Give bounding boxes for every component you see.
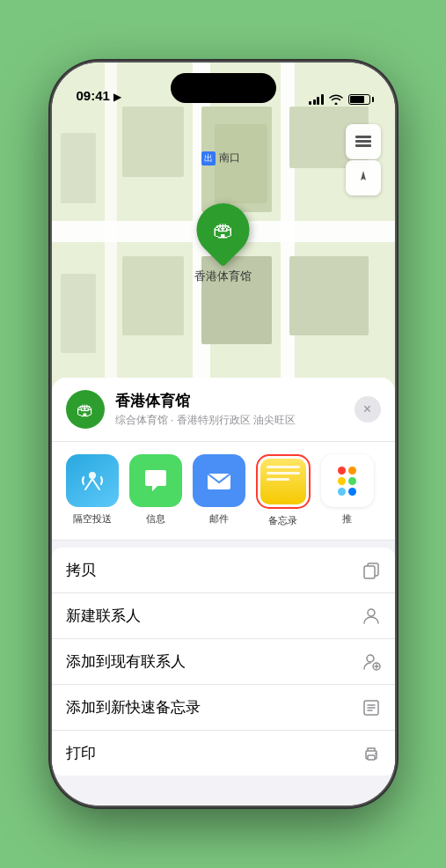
action-copy[interactable]: 拷贝 bbox=[52, 548, 395, 593]
action-add-existing-contact[interactable]: 添加到现有联系人 bbox=[52, 639, 395, 685]
status-time: 09:41 bbox=[77, 88, 110, 105]
battery-icon bbox=[348, 94, 370, 105]
marker-label: 香港体育馆 bbox=[194, 268, 252, 284]
share-row: 隔空投送 信息 bbox=[52, 442, 395, 541]
svg-point-21 bbox=[368, 609, 375, 616]
marker-icon: 🏟 bbox=[213, 217, 234, 242]
svg-point-22 bbox=[367, 655, 374, 662]
mail-icon bbox=[193, 454, 245, 507]
svg-rect-26 bbox=[368, 755, 375, 760]
printer-icon bbox=[362, 744, 381, 763]
action-list: 拷贝 新建联系人 添加到现有联系人 bbox=[52, 548, 395, 776]
phone-screen: 09:41 ▶ bbox=[52, 63, 395, 805]
svg-rect-8 bbox=[122, 256, 184, 335]
share-item-airdrop[interactable]: 隔空投送 bbox=[66, 454, 119, 526]
signal-bars-icon bbox=[309, 94, 324, 105]
share-item-notes[interactable]: 备忘录 bbox=[256, 454, 311, 527]
map-marker: 🏟 香港体育馆 bbox=[194, 203, 252, 284]
map-button-group bbox=[346, 124, 381, 195]
svg-rect-20 bbox=[364, 566, 375, 578]
person-icon bbox=[362, 607, 381, 626]
phone-frame: 09:41 ▶ bbox=[52, 63, 395, 805]
quick-note-icon bbox=[362, 698, 381, 717]
map-layers-button[interactable] bbox=[346, 124, 381, 159]
svg-rect-16 bbox=[355, 144, 371, 147]
share-item-more[interactable]: 推 bbox=[321, 454, 374, 526]
svg-rect-12 bbox=[61, 274, 96, 353]
location-arrow-icon: ▶ bbox=[113, 91, 121, 103]
mail-label: 邮件 bbox=[209, 512, 229, 526]
notes-label: 备忘录 bbox=[268, 514, 297, 527]
svg-rect-15 bbox=[355, 140, 371, 143]
action-new-contact[interactable]: 新建联系人 bbox=[52, 593, 395, 639]
action-print[interactable]: 打印 bbox=[52, 731, 395, 776]
svg-point-17 bbox=[89, 472, 96, 479]
location-card: 🏟 香港体育馆 综合体育馆 · 香港特别行政区 油尖旺区 × bbox=[52, 378, 395, 442]
action-print-label: 打印 bbox=[66, 743, 96, 763]
status-icons bbox=[309, 94, 370, 105]
action-new-contact-label: 新建联系人 bbox=[66, 606, 141, 626]
bottom-sheet: 🏟 香港体育馆 综合体育馆 · 香港特别行政区 油尖旺区 × bbox=[52, 378, 395, 805]
airdrop-icon bbox=[66, 454, 119, 507]
location-info: 香港体育馆 综合体育馆 · 香港特别行政区 油尖旺区 bbox=[115, 391, 344, 428]
nankou-text: 南口 bbox=[219, 151, 240, 166]
svg-rect-11 bbox=[61, 133, 96, 203]
nankou-label: 出 南口 bbox=[201, 151, 240, 166]
notes-icon bbox=[260, 459, 306, 504]
svg-rect-14 bbox=[355, 136, 371, 138]
message-icon bbox=[129, 454, 182, 507]
svg-rect-5 bbox=[122, 107, 184, 177]
action-copy-label: 拷贝 bbox=[66, 560, 96, 580]
action-add-quick-note-label: 添加到新快速备忘录 bbox=[66, 697, 201, 717]
map-location-button[interactable] bbox=[346, 160, 381, 195]
close-button[interactable]: × bbox=[355, 396, 381, 423]
location-subtitle: 综合体育馆 · 香港特别行政区 油尖旺区 bbox=[115, 413, 344, 428]
airdrop-label: 隔空投送 bbox=[73, 512, 112, 526]
more-label: 推 bbox=[342, 512, 352, 526]
dynamic-island bbox=[171, 73, 276, 103]
notes-highlight-border bbox=[256, 454, 311, 509]
svg-rect-10 bbox=[289, 256, 369, 335]
person-add-icon bbox=[362, 652, 381, 672]
share-item-mail[interactable]: 邮件 bbox=[193, 454, 245, 526]
wifi-icon bbox=[329, 94, 343, 105]
message-label: 信息 bbox=[146, 512, 165, 526]
action-add-quick-note[interactable]: 添加到新快速备忘录 bbox=[52, 685, 395, 731]
action-add-existing-contact-label: 添加到现有联系人 bbox=[66, 651, 186, 672]
location-name: 香港体育馆 bbox=[115, 391, 344, 411]
nankou-badge: 出 bbox=[201, 151, 216, 166]
copy-icon bbox=[362, 561, 381, 580]
share-item-message[interactable]: 信息 bbox=[129, 454, 182, 526]
more-icon bbox=[321, 454, 374, 507]
svg-point-27 bbox=[375, 753, 377, 754]
location-icon: 🏟 bbox=[66, 390, 105, 429]
